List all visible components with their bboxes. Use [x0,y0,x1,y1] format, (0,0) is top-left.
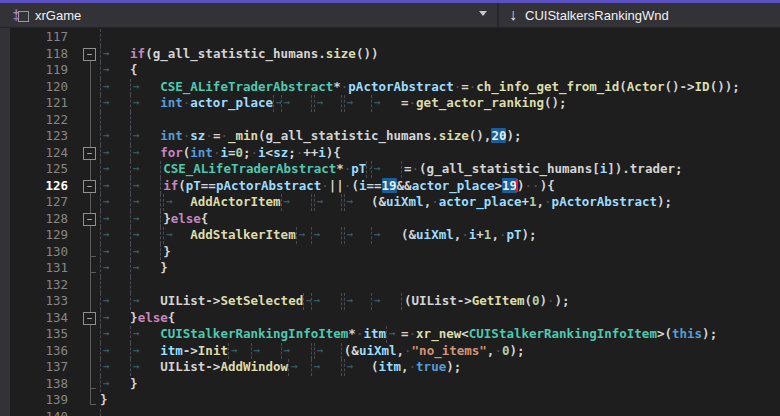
code-token: , [397,343,405,358]
code-token: , [491,227,499,242]
code-line[interactable]: 122 [10,112,780,129]
code-line[interactable]: 134−→}else{ [10,310,780,327]
line-number: 126 [10,178,80,195]
outline-margin: − [80,145,100,162]
chevron-down-icon[interactable] [479,11,487,16]
code-token: } [130,376,138,391]
code-line[interactable]: 124−→→for(int·i=0;·i<sz;·++i){ [10,145,780,162]
tab-arrow-icon: → [314,194,341,211]
code-token: Init [198,343,228,358]
code-line[interactable]: 136→→itm->Init→→→→→→(&uiXml,·"no_items",… [10,343,780,360]
fold-marker[interactable]: − [83,147,96,160]
fold-marker[interactable]: − [83,312,96,325]
code-token: size [326,46,356,61]
line-number: 118 [10,46,80,63]
code-line[interactable]: 120→→CSE_ALifeTraderAbstract*·pActorAbst… [10,79,780,96]
tab-arrow-icon: → [100,145,130,162]
code-line[interactable]: 140 [10,409,780,416]
tab-arrow-icon: → [100,244,130,261]
space-dot: · [525,178,533,193]
code-text: →→→}else{ [100,211,780,228]
code-line[interactable]: 117 [10,29,780,46]
code-token: ); [657,194,672,209]
outline-margin [80,29,100,46]
code-line[interactable]: 119→{ [10,62,780,79]
fold-marker[interactable]: − [83,180,96,193]
code-token: for [160,145,183,160]
tab-arrow-icon: → [314,343,341,360]
tab-arrow-icon: → [371,95,401,112]
code-line[interactable]: 130→→→} [10,244,780,261]
code-line[interactable]: 118−→if(g_all_statistic_humans.size()) [10,46,780,63]
code-line[interactable]: 125→→→CSE_ALifeTraderAbstract*·pT→→→=·(g… [10,161,780,178]
tab-arrow-icon: → [344,95,371,112]
code-line[interactable]: 138→} [10,376,780,393]
code-text: →→→→AddActorItem→→→→→(&uiXml,·actor_plac… [100,194,780,211]
code-line[interactable]: 133→→UIList->SetSelected→→→→→→(UIList->G… [10,293,780,310]
code-line[interactable]: 128−→→→}else{ [10,211,780,228]
code-line[interactable]: 139} [10,392,780,409]
project-dropdown[interactable]: + + xrGame [0,3,497,27]
outline-margin [80,194,100,211]
code-token: } [130,310,138,325]
code-token: i [318,145,326,160]
code-text: →→itm->Init→→→→→→(&uiXml,·"no_items",·0)… [100,343,780,360]
line-number: 134 [10,310,80,327]
code-line[interactable]: 127→→→→AddActorItem→→→→→(&uiXml,·actor_p… [10,194,780,211]
space-dot: · [544,194,552,209]
code-token: else [171,211,201,226]
line-number: 124 [10,145,80,162]
code-token: { [168,310,176,325]
code-token: 20 [491,128,506,143]
tab-arrow-icon: → [100,211,130,228]
code-token: (), [469,128,492,143]
code-token: ( [351,178,359,193]
member-dropdown[interactable]: ↓ CUIStalkersRankingWnd [497,3,780,27]
code-token: ); [446,359,461,374]
tab-arrow-icon: → [100,62,130,79]
code-token: Actor [627,79,665,94]
code-token: , [401,359,409,374]
tab-arrow-icon: → [344,293,371,310]
code-token: (& [401,227,416,242]
indent-guide [100,277,130,294]
code-viewport[interactable]: 117118−→if(g_all_statistic_humans.size()… [0,28,780,416]
code-line[interactable]: 121→→int·actor_place→→→→→→→=·get_actor_r… [10,95,780,112]
tab-arrow-icon: → [100,326,130,343]
outline-margin [80,277,100,294]
code-line[interactable]: 126−→→→if(pT==pActorAbstract·||·(i==19&&… [10,178,780,195]
code-token: ); [702,326,717,341]
tab-arrow-icon: → [100,161,130,178]
code-token: -> [183,343,198,358]
outline-margin [80,112,100,129]
code-line[interactable]: 123→→int·sz·=·_min(g_all_statistic_human… [10,128,780,145]
code-token: int [160,128,183,143]
outline-margin [80,392,100,409]
code-token: ()-> [664,79,694,94]
space-dot: · [409,95,417,110]
code-token: pActorAbstract [348,79,453,94]
code-line[interactable]: 131→→} [10,260,780,277]
fold-marker[interactable]: − [83,213,96,226]
line-number: 139 [10,392,80,409]
code-token: else [138,310,168,325]
space-dot: · [409,359,417,374]
code-token: pT [351,161,366,176]
code-token: i [220,145,228,160]
code-token: uiXml [416,227,454,242]
code-token: true [416,359,446,374]
code-token: ); [555,293,570,308]
project-dropdown-label: xrGame [35,8,81,23]
line-number: 135 [10,326,80,343]
tab-arrow-icon: → [100,79,130,96]
code-line[interactable]: 129→→→→AddStalkerItem→→→→→(&uiXml,·i+1,·… [10,227,780,244]
code-line[interactable]: 132 [10,277,780,294]
fold-marker[interactable]: − [83,48,96,61]
code-token: ( [145,46,153,61]
indent-guide [100,29,130,46]
space-dot: · [220,128,228,143]
code-line[interactable]: 137→→UIList->AddWindow→→→→(itm,·true); [10,359,780,376]
space-dot: · [321,178,329,193]
code-line[interactable]: 135→→CUIStalkerRankingInfoItem*·itm→=·xr… [10,326,780,343]
space-dot: · [412,161,420,176]
